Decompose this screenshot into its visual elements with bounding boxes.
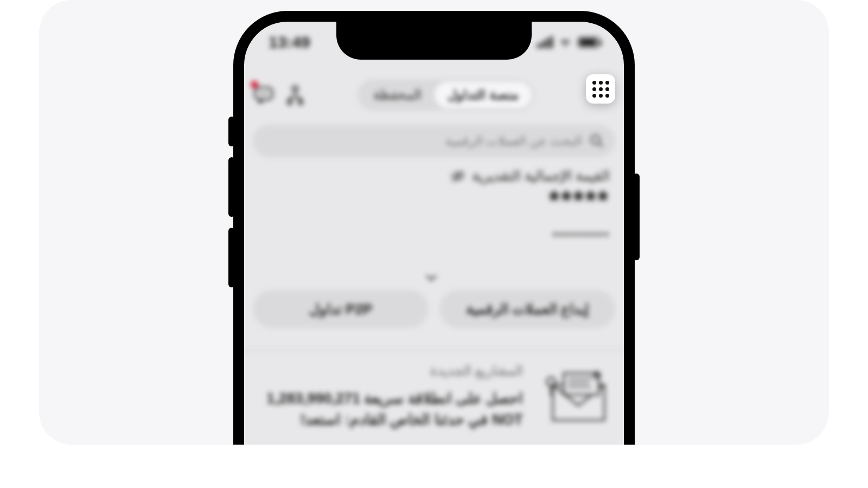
balance-sub-masked: ********** bbox=[253, 229, 610, 243]
cellular-signal-icon bbox=[537, 36, 553, 48]
phone-frame: 13:49 bbox=[233, 11, 635, 445]
balance-section: القيمة الإجمالية التقديرية ***** *******… bbox=[253, 168, 615, 287]
search-placeholder: البحث عن العملات الرقمية bbox=[445, 134, 582, 149]
search-input[interactable]: البحث عن العملات الرقمية bbox=[253, 125, 615, 157]
view-segmented-control: المحفظة منصة التداول bbox=[358, 79, 534, 111]
apps-grid-icon bbox=[592, 81, 609, 98]
battery-icon bbox=[578, 37, 599, 48]
search-icon bbox=[589, 133, 604, 149]
tab-wallet[interactable]: المحفظة bbox=[360, 82, 435, 108]
promo-headline: احصل على انطلاقة سريعة 1,283,990,271 NOT… bbox=[253, 388, 523, 431]
chevron-down-icon[interactable] bbox=[424, 271, 438, 285]
svg-point-4 bbox=[292, 86, 298, 92]
svg-point-1 bbox=[259, 93, 261, 95]
promo-card[interactable]: المشاريع الجديدة احصل على انطلاقة سريعة … bbox=[253, 363, 615, 431]
envelope-promo-icon bbox=[539, 363, 615, 428]
phone-notch bbox=[336, 22, 532, 60]
svg-point-18 bbox=[547, 377, 556, 386]
page-background: 13:49 bbox=[39, 0, 829, 445]
promo-section-title: المشاريع الجديدة bbox=[253, 363, 523, 378]
apps-menu-button[interactable] bbox=[586, 74, 615, 104]
balance-label: القيمة الإجمالية التقديرية bbox=[472, 168, 610, 184]
network-icon[interactable] bbox=[284, 84, 306, 106]
svg-point-3 bbox=[266, 93, 268, 95]
svg-point-2 bbox=[263, 93, 265, 95]
tab-exchange[interactable]: منصة التداول bbox=[435, 82, 532, 108]
wifi-icon bbox=[558, 37, 572, 48]
app-screen: 13:49 bbox=[244, 22, 624, 445]
notification-dot-icon bbox=[251, 81, 258, 88]
p2p-trade-button[interactable]: تداول P2P bbox=[253, 290, 429, 328]
svg-line-8 bbox=[599, 143, 603, 147]
section-divider bbox=[244, 350, 624, 351]
top-bar: المحفظة منصة التداول bbox=[244, 73, 624, 117]
svg-rect-12 bbox=[564, 373, 599, 395]
balance-main-masked: ***** bbox=[253, 187, 610, 214]
action-row: تداول P2P إيداع العملات الرقمية bbox=[253, 290, 615, 328]
status-time: 13:49 bbox=[269, 33, 310, 52]
eye-off-icon[interactable] bbox=[450, 169, 465, 184]
svg-point-6 bbox=[298, 100, 303, 105]
svg-point-5 bbox=[288, 100, 292, 105]
deposit-crypto-button[interactable]: إيداع العملات الرقمية bbox=[439, 290, 615, 328]
